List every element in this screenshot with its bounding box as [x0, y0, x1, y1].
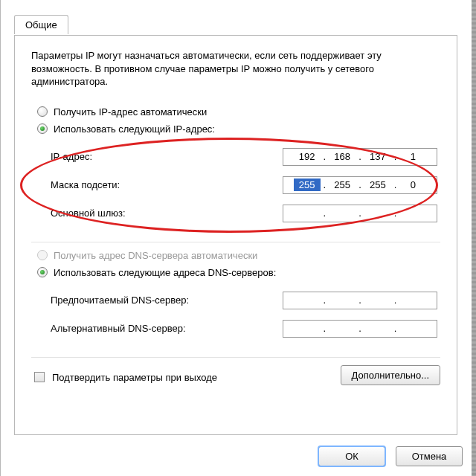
- radio-icon: [37, 267, 48, 277]
- octet: 1: [399, 151, 426, 162]
- radio-dns-manual[interactable]: Использовать следующие адреса DNS-сервер…: [37, 267, 440, 278]
- divider: [31, 357, 440, 358]
- dns-group: Предпочитаемый DNS-сервер: . . . Альтерн…: [51, 284, 437, 354]
- ip-address-field[interactable]: 192. 168. 137. 1: [283, 148, 437, 166]
- radio-icon: [37, 123, 48, 134]
- radio-icon: [37, 106, 48, 117]
- ok-button[interactable]: ОК: [318, 446, 385, 466]
- octet: 192: [294, 151, 321, 162]
- checkbox-icon: [34, 372, 45, 382]
- octet: 168: [329, 151, 356, 162]
- gateway-field[interactable]: . . .: [283, 205, 437, 222]
- radio-ip-auto[interactable]: Получить IP-адрес автоматически: [37, 106, 440, 118]
- radio-label: Использовать следующий IP-адрес:: [54, 123, 215, 135]
- alternate-dns-field[interactable]: . . .: [283, 320, 437, 338]
- octet: 255: [364, 179, 391, 190]
- gateway-label: Основной шлюз:: [51, 208, 126, 219]
- radio-label: Использовать следующие адреса DNS-сервер…: [54, 267, 276, 278]
- alternate-dns-label: Альтернативный DNS-сервер:: [51, 323, 186, 334]
- radio-ip-manual[interactable]: Использовать следующий IP-адрес:: [37, 123, 440, 135]
- tab-panel: Параметры IP могут назначаться автоматич…: [14, 35, 457, 435]
- ip-address-label: IP-адрес:: [51, 151, 92, 162]
- advanced-button[interactable]: Дополнительно...: [341, 365, 440, 385]
- validate-on-exit[interactable]: Подтвердить параметры при выходе: [34, 372, 217, 383]
- radio-label: Получить адрес DNS-сервера автоматически: [54, 250, 257, 261]
- octet: 255: [294, 178, 321, 191]
- tcpip-properties-dialog: Общие Параметры IP могут назначаться авт…: [0, 0, 476, 476]
- dialog-buttons: ОК Отмена: [14, 446, 463, 466]
- divider: [31, 242, 440, 242]
- checkbox-label: Подтвердить параметры при выходе: [52, 372, 217, 383]
- description-text: Параметры IP могут назначаться автоматич…: [31, 49, 440, 89]
- preferred-dns-field[interactable]: . . .: [283, 292, 437, 309]
- radio-dns-auto: Получить адрес DNS-сервера автоматически: [37, 250, 440, 261]
- subnet-mask-label: Маска подсети:: [51, 179, 120, 190]
- octet: 255: [329, 179, 356, 190]
- tab-strip: Общие: [14, 15, 68, 34]
- ip-group: IP-адрес: 192. 168. 137. 1 Маска подсети…: [51, 141, 437, 239]
- cancel-button[interactable]: Отмена: [396, 446, 463, 466]
- tab-general[interactable]: Общие: [14, 15, 68, 34]
- preferred-dns-label: Предпочитаемый DNS-сервер:: [51, 295, 189, 306]
- radio-icon: [37, 250, 48, 260]
- radio-label: Получить IP-адрес автоматически: [54, 106, 207, 118]
- subnet-mask-field[interactable]: 255. 255. 255. 0: [283, 176, 437, 194]
- octet: 0: [399, 179, 426, 190]
- octet: 137: [364, 151, 391, 162]
